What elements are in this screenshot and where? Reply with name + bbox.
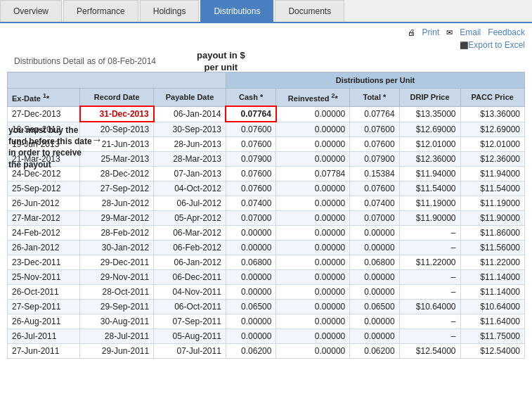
payable-date-cell: 07-Sep-2011 — [154, 314, 226, 329]
table-row: 27-Mar-2012 29-Mar-2012 05-Apr-2012 0.07… — [8, 211, 525, 226]
table-row: 26-Aug-2011 30-Aug-2011 07-Sep-2011 0.00… — [8, 314, 525, 329]
reinvested-cell: 0.00000 — [276, 241, 350, 255]
pacc-cell: $12.01000 — [460, 137, 524, 152]
cash-cell: 0.07400 — [226, 196, 276, 211]
feedback-link[interactable]: Feedback — [488, 27, 525, 37]
cash-cell: 0.07600 — [226, 181, 276, 196]
drip-cell: $12.54000 — [399, 344, 460, 359]
cash-cell: 0.06500 — [226, 300, 276, 314]
cash-cell: 0.07000 — [226, 211, 276, 226]
drip-cell: – — [399, 329, 460, 344]
email-icon — [446, 27, 453, 37]
reinvested-cell: 0.00000 — [276, 255, 350, 270]
reinvested-cell: 0.00000 — [276, 106, 350, 122]
drip-cell: $12.01000 — [399, 137, 460, 152]
table-row: 23-Dec-2011 29-Dec-2011 06-Jan-2012 0.06… — [8, 255, 525, 270]
reinvested-cell: 0.00000 — [276, 152, 350, 167]
table-row: 25-Nov-2011 29-Nov-2011 06-Dec-2011 0.00… — [8, 270, 525, 285]
total-cell: 0.07400 — [350, 196, 399, 211]
pacc-cell: $12.54000 — [460, 344, 524, 359]
distributions-table: Distributions per Unit Ex-Date 1* Record… — [7, 72, 525, 359]
record-date-cell: 31-Dec-2013 — [80, 106, 154, 122]
drip-cell: $11.94000 — [399, 167, 460, 181]
table-row: 27-Jun-2011 29-Jun-2011 07-Jul-2011 0.06… — [8, 344, 525, 359]
table-row: 26-Oct-2011 28-Oct-2011 04-Nov-2011 0.00… — [8, 285, 525, 300]
record-date-cell: 30-Aug-2011 — [80, 314, 154, 329]
reinvested-cell: 0.00000 — [276, 344, 350, 359]
payable-date-cell: 06-Dec-2011 — [154, 270, 226, 285]
cash-cell: 0.00000 — [226, 314, 276, 329]
total-cell: 0.07600 — [350, 137, 399, 152]
total-cell: 0.06200 — [350, 344, 399, 359]
ex-date-cell: 26-Aug-2011 — [8, 314, 80, 329]
tab-overview[interactable]: Overview — [0, 0, 62, 22]
excel-icon — [460, 40, 468, 50]
export-row: Export to Excel — [0, 39, 532, 53]
total-cell: 0.00000 — [350, 270, 399, 285]
toolbar: Print Email Feedback — [0, 23, 532, 39]
ex-date-cell: 26-Jul-2011 — [8, 329, 80, 344]
tab-holdings[interactable]: Holdings — [140, 0, 200, 22]
pacc-cell: $13.36000 — [460, 106, 524, 122]
ex-date-cell: 27-Jun-2011 — [8, 344, 80, 359]
col-total: Total * — [350, 89, 399, 107]
export-link[interactable]: Export to Excel — [468, 40, 525, 50]
section-header: Distributions Detail as of 08-Feb-2014 — [7, 53, 525, 70]
total-cell: 0.00000 — [350, 314, 399, 329]
cash-cell: 0.07900 — [226, 152, 276, 167]
pacc-cell: $11.14000 — [460, 285, 524, 300]
reinvested-cell: 0.00000 — [276, 285, 350, 300]
ex-date-cell: 26-Jan-2012 — [8, 241, 80, 255]
ex-date-cell: 27-Dec-2013 — [8, 106, 80, 122]
cash-cell: 0.07600 — [226, 122, 276, 137]
drip-cell: $11.22000 — [399, 255, 460, 270]
total-cell: 0.06500 — [350, 300, 399, 314]
pacc-cell: $11.64000 — [460, 314, 524, 329]
payable-date-cell: 04-Oct-2012 — [154, 181, 226, 196]
pacc-cell: $11.22000 — [460, 255, 524, 270]
col-reinvested: Reinvested 2* — [276, 89, 350, 107]
print-link[interactable]: Print — [422, 27, 440, 37]
payable-date-cell: 06-Jan-2014 — [154, 106, 226, 122]
payable-date-cell: 06-Feb-2012 — [154, 241, 226, 255]
cash-cell: 0.06200 — [226, 344, 276, 359]
drip-cell: – — [399, 226, 460, 241]
pacc-cell: $11.14000 — [460, 270, 524, 285]
pacc-cell: $12.36000 — [460, 152, 524, 167]
record-date-cell: 28-Feb-2012 — [80, 226, 154, 241]
col-pacc: PACC Price — [460, 89, 524, 107]
payable-date-cell: 06-Oct-2011 — [154, 300, 226, 314]
payable-date-cell: 07-Jan-2013 — [154, 167, 226, 181]
total-cell: 0.15384 — [350, 167, 399, 181]
reinvested-cell: 0.00000 — [276, 196, 350, 211]
payable-date-cell: 06-Mar-2012 — [154, 226, 226, 241]
ex-date-cell: 26-Jun-2012 — [8, 196, 80, 211]
total-cell: 0.07600 — [350, 181, 399, 196]
cash-cell: 0.07764 — [226, 106, 276, 122]
email-link[interactable]: Email — [460, 27, 481, 37]
pacc-cell: $11.94000 — [460, 167, 524, 181]
record-date-cell: 28-Oct-2011 — [80, 285, 154, 300]
reinvested-cell: 0.00000 — [276, 314, 350, 329]
cash-cell: 0.00000 — [226, 285, 276, 300]
record-date-cell: 29-Dec-2011 — [80, 255, 154, 270]
table-row: 24-Feb-2012 28-Feb-2012 06-Mar-2012 0.00… — [8, 226, 525, 241]
cash-cell: 0.06800 — [226, 255, 276, 270]
payable-date-cell: 04-Nov-2011 — [154, 285, 226, 300]
ex-date-cell: 23-Dec-2011 — [8, 255, 80, 270]
drip-cell: $11.54000 — [399, 181, 460, 196]
record-date-cell: 29-Sep-2011 — [80, 300, 154, 314]
reinvested-cell: 0.00000 — [276, 122, 350, 137]
total-cell: 0.07764 — [350, 106, 399, 122]
payable-date-cell: 06-Jul-2012 — [154, 196, 226, 211]
table-row: 27-Dec-2013 31-Dec-2013 06-Jan-2014 0.07… — [8, 106, 525, 122]
tab-performance[interactable]: Performance — [63, 0, 138, 22]
payable-date-cell: 30-Sep-2013 — [154, 122, 226, 137]
tab-distributions[interactable]: Distributions — [200, 0, 273, 22]
tab-documents[interactable]: Documents — [275, 0, 344, 22]
drip-cell: $12.36000 — [399, 152, 460, 167]
ex-date-cell: 24-Feb-2012 — [8, 226, 80, 241]
ex-date-cell: 25-Nov-2011 — [8, 270, 80, 285]
cash-cell: 0.07600 — [226, 137, 276, 152]
payable-date-cell: 07-Jul-2011 — [154, 344, 226, 359]
